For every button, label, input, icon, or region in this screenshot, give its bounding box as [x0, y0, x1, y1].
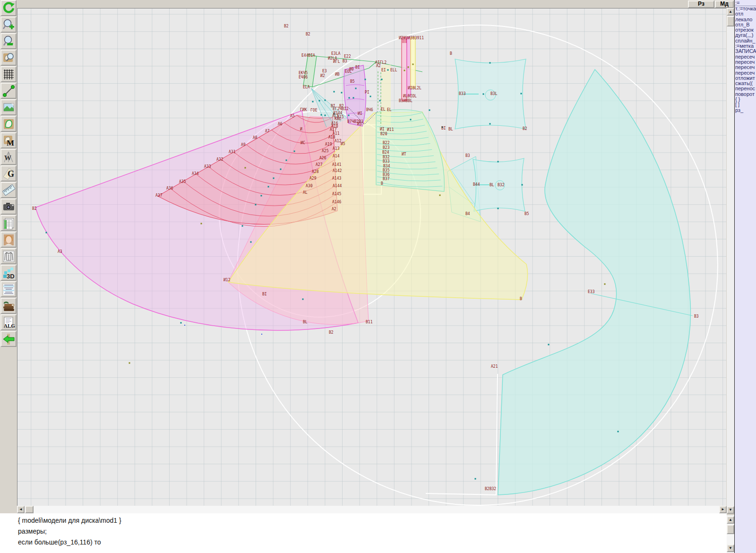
command-item[interactable]: пересеч [735, 65, 756, 70]
hscroll-thumb[interactable] [25, 506, 34, 513]
pattern-piece-button[interactable] [0, 116, 17, 132]
svg-text:ВL: ВL [303, 320, 308, 324]
svg-text:Е44ВIА: Е44ВIА [301, 53, 315, 58]
picture-icon [2, 101, 15, 114]
svg-text:А19: А19 [325, 142, 332, 147]
garment-view-button[interactable] [0, 248, 17, 264]
command-item[interactable]: ЗАПИСА [735, 49, 756, 54]
svg-text:ЕГ2ЧВI2: ЕГ2ЧВI2 [333, 107, 349, 111]
console-scroll-up-button[interactable]: ▲ [727, 516, 734, 524]
camera-button[interactable] [0, 199, 17, 215]
zoom-in-button[interactable] [0, 17, 17, 33]
console-line: { modeli\модели для диска\mod1 } [0, 515, 727, 526]
grid-button[interactable] [0, 66, 17, 82]
pattern-m-button[interactable]: M [0, 132, 17, 148]
portrait-icon [2, 233, 15, 246]
books-icon [2, 300, 15, 312]
svg-text:В11: В11 [366, 320, 373, 324]
pattern-icon [2, 118, 15, 130]
exit-button[interactable] [0, 331, 17, 347]
svg-text:ВЗL: ВЗL [490, 92, 498, 96]
svg-text:А141: А141 [332, 163, 341, 167]
zoom-piece-button[interactable] [0, 50, 17, 66]
svg-text:А5: А5 [290, 114, 295, 118]
svg-text:В34: В34 [383, 164, 390, 168]
svg-text:G: G [8, 169, 14, 179]
top-strip: Рз Мд [17, 0, 734, 8]
svg-text:А2: А2 [332, 207, 336, 211]
scroll-right-button[interactable]: ► [719, 506, 727, 513]
rz-mode-button[interactable]: Рз [688, 0, 714, 8]
svg-text:А12: А12 [335, 139, 342, 143]
svg-text:В2: В2 [523, 127, 527, 131]
jacket-icon [2, 250, 15, 263]
size-list-button[interactable] [0, 281, 17, 297]
svg-text:ЕЗЗ: ЕЗЗ [588, 290, 595, 294]
svg-text:А25: А25 [322, 149, 329, 153]
pattern-canvas[interactable]: В2В2Е44ВIАЕ3LАИ2LАЕ22ИГLВЗАIГL2ВIА2ЕКЧ5Е… [17, 8, 726, 506]
svg-text:И0: И0 [349, 67, 354, 71]
library-button[interactable] [0, 298, 17, 314]
svg-text:А32: А32 [216, 157, 223, 162]
svg-text:В35: В35 [383, 168, 390, 173]
console-vscroll-thumb[interactable] [727, 525, 734, 534]
svg-text:АЗ: АЗ [58, 250, 62, 254]
md-mode-button[interactable]: Мд [715, 0, 734, 8]
view-3d-button[interactable]: 3D [0, 265, 17, 281]
svg-text:В2: В2 [284, 24, 289, 28]
pattern-drawing: В2В2Е44ВIАЕ3LАИ2LАЕ22ИГLВЗАIГL2ВIА2ЕКЧ5Е… [17, 9, 726, 506]
text-list-icon [2, 283, 15, 296]
exit-arrow-icon [2, 333, 15, 346]
svg-text:А6: А6 [278, 122, 283, 126]
console-vscrollbar[interactable]: ▲ ▼ [727, 515, 734, 553]
redraw-button[interactable] [0, 0, 17, 16]
ruler-button[interactable] [0, 182, 17, 198]
zoom-out-button[interactable] [0, 33, 17, 49]
svg-text:ВЗИВВL: ВЗИВВL [399, 99, 412, 103]
size-table-button[interactable] [0, 215, 17, 231]
algorithm-button[interactable]: ALG [0, 314, 17, 330]
svg-text:И12: И12 [223, 278, 231, 282]
command-item[interactable]: [ ] [735, 102, 756, 107]
letter-g-icon: G [2, 167, 15, 180]
model-photo-button[interactable] [0, 232, 17, 248]
console-scroll-down-button[interactable]: ▼ [727, 544, 734, 552]
piece-magnifier-icon [2, 52, 15, 64]
svg-text:В: В [520, 297, 522, 301]
svg-text:В: В [450, 52, 452, 56]
compass-w-button[interactable]: W [0, 149, 17, 165]
command-item[interactable]: отл [735, 11, 756, 17]
svg-text:ИI: ИI [380, 127, 385, 131]
measure-segment-button[interactable] [0, 83, 17, 99]
console-line: размеры; [0, 526, 727, 537]
svg-text:А14: А14 [333, 154, 340, 158]
svg-text:ИLВIOL: ИLВIOL [403, 94, 417, 98]
vscroll-thumb[interactable] [727, 16, 734, 26]
svg-text:РI: РI [365, 90, 369, 95]
scroll-down-button[interactable]: ▼ [727, 506, 734, 514]
svg-text:А2: А2 [376, 64, 381, 68]
svg-text:ВL: ВL [448, 127, 453, 131]
svg-text:В23: В23 [383, 146, 390, 150]
svg-text:В44: В44 [473, 182, 480, 187]
svg-text:W: W [4, 154, 11, 162]
canvas-vscrollbar[interactable]: ▲ ▼ [727, 8, 734, 514]
svg-text:ВI: ВI [262, 292, 267, 296]
svg-text:В: В [381, 181, 383, 186]
algorithm-console[interactable]: { modeli\модели для диска\mod1 } размеры… [0, 515, 727, 553]
canvas-hscrollbar[interactable]: ◄ ► [17, 506, 727, 513]
svg-text:А35: А35 [179, 180, 186, 184]
svg-text:А146: А146 [332, 200, 341, 204]
letter-m-icon: M [2, 134, 15, 147]
svg-text:В24: В24 [382, 150, 389, 155]
app-window: M W G 3D ALG Рз Мд [0, 0, 756, 553]
scroll-left-button[interactable]: ◄ [17, 506, 25, 513]
svg-text:В36: В36 [383, 173, 390, 177]
svg-text:АL: АL [303, 190, 308, 195]
svg-text:А29: А29 [309, 176, 317, 181]
image-view-button[interactable] [0, 99, 17, 115]
grafis-g-button[interactable]: G [0, 165, 17, 181]
svg-text:И2ИЗИЗВЗ911: И2ИЗИЗВЗ911 [399, 36, 424, 40]
scroll-up-button[interactable]: ▲ [727, 8, 734, 16]
command-item[interactable]: рз_ [735, 108, 756, 113]
